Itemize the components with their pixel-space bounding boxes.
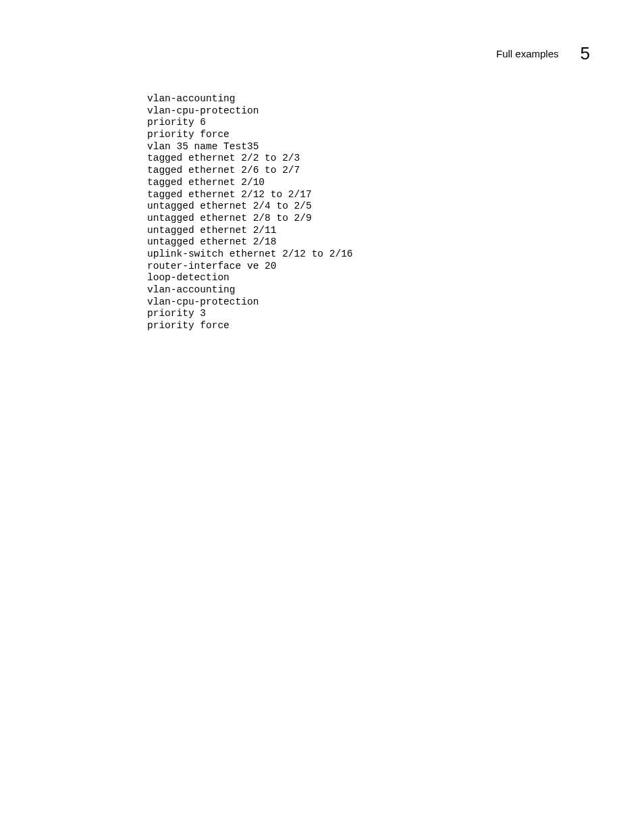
code-listing: vlan-accounting vlan-cpu-protection prio… [147,93,353,332]
chapter-number: 5 [581,43,590,64]
page-header: Full examples 5 [496,43,590,64]
section-title: Full examples [496,48,559,59]
